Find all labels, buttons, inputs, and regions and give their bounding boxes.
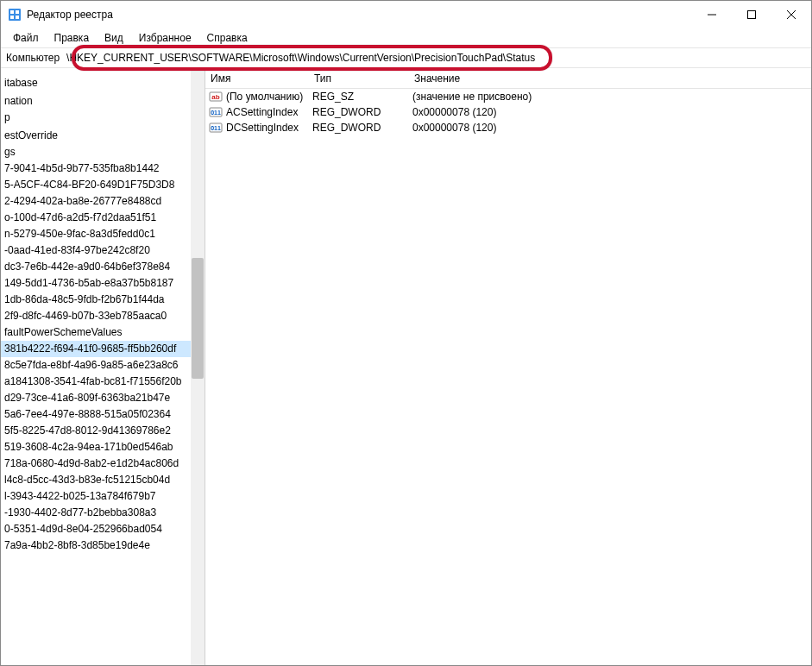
value-type: REG_SZ (312, 91, 412, 103)
tree-item[interactable]: 5f5-8225-47d8-8012-9d41369786e2 (1, 423, 205, 439)
value-name: ACSettingIndex (226, 106, 312, 118)
value-data: 0x00000078 (120) (412, 122, 811, 134)
menu-help[interactable]: Справка (200, 30, 255, 46)
window-controls (692, 1, 811, 28)
menu-edit[interactable]: Правка (47, 30, 97, 46)
close-button[interactable] (771, 1, 811, 28)
values-pane: Имя Тип Значение ab(По умолчанию)REG_SZ(… (205, 68, 811, 665)
tree-item[interactable]: 2f9-d8fc-4469-b07b-33eb785aaca0 (1, 308, 205, 324)
tree-item[interactable]: -0aad-41ed-83f4-97be242c8f20 (1, 242, 205, 259)
titlebar[interactable]: Редактор реестра (1, 1, 811, 28)
value-row[interactable]: 011DCSettingIndexREG_DWORD0x00000078 (12… (205, 120, 811, 135)
tree-item[interactable]: dc3-7e6b-442e-a9d0-64b6ef378e84 (1, 259, 205, 275)
value-type-icon: 011 (209, 105, 223, 119)
tree-item[interactable]: itabase (1, 75, 205, 91)
column-header-type[interactable]: Тип (309, 72, 409, 85)
svg-rect-2 (16, 10, 19, 14)
content-area: itabasenationpestOverridegs7-9041-4b5d-9… (1, 68, 811, 665)
tree-item[interactable]: 8c5e7fda-e8bf-4a96-9a85-a6e23a8c6 (1, 357, 205, 374)
tree-item[interactable]: nation (1, 93, 205, 110)
tree-scrollbar-thumb[interactable] (192, 258, 204, 379)
menubar: Файл Правка Вид Избранное Справка (1, 28, 811, 47)
tree-item[interactable]: 7a9a-4bb2-8bf8-3d85be19de4e (1, 537, 205, 554)
svg-text:011: 011 (211, 125, 221, 131)
tree-item[interactable]: 1db-86da-48c5-9fdb-f2b67b1f44da (1, 292, 205, 308)
value-data: (значение не присвоено) (412, 91, 811, 103)
tree-item[interactable]: 149-5dd1-4736-b5ab-e8a37b5b8187 (1, 275, 205, 292)
value-type: REG_DWORD (312, 122, 412, 134)
addressbar: Компьютер (1, 47, 811, 68)
tree-item[interactable]: 519-3608-4c2a-94ea-171b0ed546ab (1, 439, 205, 456)
values-list: ab(По умолчанию)REG_SZ(значение не присв… (205, 89, 811, 135)
tree-item[interactable]: faultPowerSchemeValues (1, 324, 205, 341)
maximize-button[interactable] (732, 1, 771, 28)
addressbar-label: Компьютер (6, 52, 61, 64)
value-type-icon: 011 (209, 121, 223, 135)
svg-rect-6 (748, 11, 756, 19)
menu-view[interactable]: Вид (98, 30, 130, 46)
tree-pane[interactable]: itabasenationpestOverridegs7-9041-4b5d-9… (1, 68, 205, 665)
column-header-name[interactable]: Имя (205, 72, 309, 85)
tree-item[interactable]: l-3943-4422-b025-13a784f679b7 (1, 488, 205, 505)
value-row[interactable]: 011ACSettingIndexREG_DWORD0x00000078 (12… (205, 104, 811, 120)
minimize-button[interactable] (692, 1, 732, 28)
value-type-icon: ab (209, 90, 223, 104)
tree-item[interactable]: -1930-4402-8d77-b2bebba308a3 (1, 505, 205, 521)
svg-text:011: 011 (211, 110, 221, 116)
tree-item[interactable]: o-100d-47d6-a2d5-f7d2daa51f51 (1, 210, 205, 226)
value-name: DCSettingIndex (226, 122, 312, 134)
tree-scrollbar[interactable] (191, 68, 205, 665)
tree-item[interactable]: 5a6-7ee4-497e-8888-515a05f02364 (1, 406, 205, 423)
column-headers: Имя Тип Значение (205, 68, 811, 89)
regedit-icon (8, 8, 22, 22)
value-data: 0x00000078 (120) (412, 106, 811, 118)
svg-rect-1 (10, 10, 14, 14)
tree-item[interactable]: d29-73ce-41a6-809f-6363ba21b47e (1, 390, 205, 406)
tree-item[interactable]: 2-4294-402a-ba8e-26777e8488cd (1, 193, 205, 210)
value-name: (По умолчанию) (226, 91, 312, 103)
column-header-value[interactable]: Значение (409, 72, 811, 85)
tree-item[interactable]: 0-5351-4d9d-8e04-252966bad054 (1, 521, 205, 537)
window-title: Редактор реестра (27, 9, 113, 21)
tree-item[interactable]: 5-A5CF-4C84-BF20-649D1F75D3D8 (1, 177, 205, 193)
tree-item[interactable]: 7-9041-4b5d-9b77-535fba8b1442 (1, 160, 205, 177)
value-type: REG_DWORD (312, 106, 412, 118)
tree-item[interactable]: l4c8-d5cc-43d3-b83e-fc51215cb04d (1, 472, 205, 488)
tree-item[interactable]: 381b4222-f694-41f0-9685-ff5bb260df (1, 341, 205, 357)
menu-file[interactable]: Файл (6, 30, 46, 46)
svg-text:ab: ab (211, 93, 219, 101)
addressbar-input[interactable] (61, 49, 808, 66)
registry-editor-window: Редактор реестра Файл Правка Вид Избранн… (0, 0, 812, 666)
svg-rect-3 (10, 16, 14, 19)
tree-item[interactable]: n-5279-450e-9fac-8a3d5fedd0c1 (1, 226, 205, 242)
value-row[interactable]: ab(По умолчанию)REG_SZ(значение не присв… (205, 89, 811, 104)
tree-item[interactable]: p (1, 110, 205, 126)
tree-item[interactable]: gs (1, 144, 205, 160)
menu-favorites[interactable]: Избранное (132, 30, 198, 46)
tree-item[interactable]: a1841308-3541-4fab-bc81-f71556f20b (1, 374, 205, 390)
tree-item[interactable]: estOverride (1, 128, 205, 144)
tree-item[interactable]: 718a-0680-4d9d-8ab2-e1d2b4ac806d (1, 456, 205, 472)
svg-rect-4 (16, 16, 19, 19)
